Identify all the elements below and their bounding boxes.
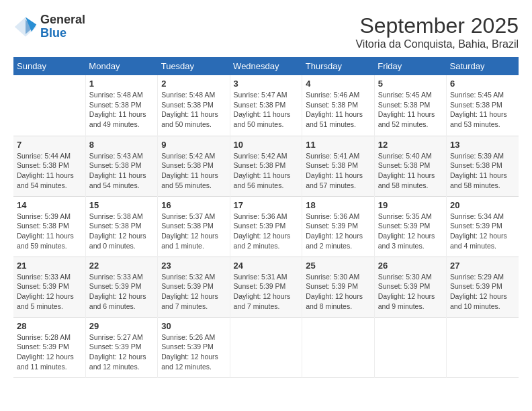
- day-number: 18: [306, 200, 370, 210]
- calendar-week-row: 7Sunrise: 5:44 AM Sunset: 5:38 PM Daylig…: [13, 136, 519, 196]
- logo-icon: [13, 15, 38, 39]
- day-number: 29: [89, 321, 154, 331]
- day-number: 26: [378, 261, 443, 271]
- calendar-week-row: 14Sunrise: 5:39 AM Sunset: 5:38 PM Dayli…: [13, 196, 519, 257]
- day-info: Sunrise: 5:44 AM Sunset: 5:38 PM Dayligh…: [17, 151, 82, 191]
- day-info: Sunrise: 5:27 AM Sunset: 5:39 PM Dayligh…: [89, 332, 154, 372]
- weekday-header: Saturday: [447, 57, 519, 75]
- day-info: Sunrise: 5:28 AM Sunset: 5:39 PM Dayligh…: [17, 332, 82, 372]
- day-info: Sunrise: 5:33 AM Sunset: 5:39 PM Dayligh…: [89, 272, 154, 312]
- day-info: Sunrise: 5:30 AM Sunset: 5:39 PM Dayligh…: [378, 272, 443, 312]
- calendar-table: SundayMondayTuesdayWednesdayThursdayFrid…: [13, 57, 519, 378]
- calendar-cell: [447, 317, 519, 377]
- calendar-cell: 19Sunrise: 5:35 AM Sunset: 5:39 PM Dayli…: [374, 196, 446, 257]
- day-number: 25: [306, 261, 370, 271]
- calendar-cell: 27Sunrise: 5:29 AM Sunset: 5:39 PM Dayli…: [447, 257, 519, 317]
- day-info: Sunrise: 5:38 AM Sunset: 5:38 PM Dayligh…: [89, 212, 154, 251]
- calendar-cell: 30Sunrise: 5:26 AM Sunset: 5:39 PM Dayli…: [158, 317, 230, 377]
- day-info: Sunrise: 5:35 AM Sunset: 5:39 PM Dayligh…: [378, 212, 443, 251]
- calendar-cell: 1Sunrise: 5:48 AM Sunset: 5:38 PM Daylig…: [85, 75, 157, 136]
- day-number: 10: [234, 140, 299, 150]
- day-number: 3: [234, 79, 299, 89]
- location-subtitle: Vitoria da Conquista, Bahia, Brazil: [355, 38, 519, 50]
- calendar-cell: [230, 317, 302, 377]
- calendar-cell: 10Sunrise: 5:42 AM Sunset: 5:38 PM Dayli…: [230, 136, 302, 196]
- weekday-header: Wednesday: [230, 57, 302, 75]
- calendar-cell: 15Sunrise: 5:38 AM Sunset: 5:38 PM Dayli…: [85, 196, 157, 257]
- day-number: 13: [450, 140, 515, 150]
- day-info: Sunrise: 5:31 AM Sunset: 5:39 PM Dayligh…: [234, 272, 299, 312]
- day-number: 19: [378, 200, 443, 210]
- day-info: Sunrise: 5:34 AM Sunset: 5:39 PM Dayligh…: [450, 212, 515, 251]
- day-number: 8: [89, 140, 154, 150]
- day-info: Sunrise: 5:43 AM Sunset: 5:38 PM Dayligh…: [89, 151, 154, 191]
- weekday-header: Sunday: [13, 57, 85, 75]
- day-number: 30: [161, 321, 226, 331]
- day-number: 17: [234, 200, 299, 210]
- calendar-cell: 13Sunrise: 5:39 AM Sunset: 5:38 PM Dayli…: [447, 136, 519, 196]
- day-number: 11: [306, 140, 370, 150]
- calendar-cell: 2Sunrise: 5:48 AM Sunset: 5:38 PM Daylig…: [158, 75, 230, 136]
- day-number: 20: [450, 200, 515, 210]
- day-number: 24: [234, 261, 299, 271]
- logo: General Blue: [13, 13, 85, 40]
- calendar-week-row: 21Sunrise: 5:33 AM Sunset: 5:39 PM Dayli…: [13, 257, 519, 317]
- day-info: Sunrise: 5:39 AM Sunset: 5:38 PM Dayligh…: [450, 151, 515, 191]
- day-info: Sunrise: 5:33 AM Sunset: 5:39 PM Dayligh…: [17, 272, 82, 312]
- calendar-cell: 21Sunrise: 5:33 AM Sunset: 5:39 PM Dayli…: [13, 257, 85, 317]
- calendar-cell: 12Sunrise: 5:40 AM Sunset: 5:38 PM Dayli…: [374, 136, 446, 196]
- calendar-cell: 5Sunrise: 5:45 AM Sunset: 5:38 PM Daylig…: [374, 75, 446, 136]
- calendar-cell: 29Sunrise: 5:27 AM Sunset: 5:39 PM Dayli…: [85, 317, 157, 377]
- day-info: Sunrise: 5:47 AM Sunset: 5:38 PM Dayligh…: [234, 90, 299, 130]
- day-info: Sunrise: 5:36 AM Sunset: 5:39 PM Dayligh…: [306, 212, 370, 251]
- calendar-cell: 8Sunrise: 5:43 AM Sunset: 5:38 PM Daylig…: [85, 136, 157, 196]
- calendar-cell: 4Sunrise: 5:46 AM Sunset: 5:38 PM Daylig…: [302, 75, 374, 136]
- day-info: Sunrise: 5:32 AM Sunset: 5:39 PM Dayligh…: [161, 272, 226, 312]
- calendar-cell: 24Sunrise: 5:31 AM Sunset: 5:39 PM Dayli…: [230, 257, 302, 317]
- page-header: General Blue September 2025 Vitoria da C…: [13, 13, 519, 50]
- day-number: 21: [17, 261, 82, 271]
- calendar-cell: 7Sunrise: 5:44 AM Sunset: 5:38 PM Daylig…: [13, 136, 85, 196]
- calendar-cell: 26Sunrise: 5:30 AM Sunset: 5:39 PM Dayli…: [374, 257, 446, 317]
- day-info: Sunrise: 5:36 AM Sunset: 5:39 PM Dayligh…: [234, 212, 299, 251]
- day-info: Sunrise: 5:48 AM Sunset: 5:38 PM Dayligh…: [161, 90, 226, 130]
- weekday-header: Monday: [85, 57, 157, 75]
- calendar-cell: 22Sunrise: 5:33 AM Sunset: 5:39 PM Dayli…: [85, 257, 157, 317]
- calendar-cell: [374, 317, 446, 377]
- calendar-cell: [302, 317, 374, 377]
- day-number: 12: [378, 140, 443, 150]
- calendar-cell: 20Sunrise: 5:34 AM Sunset: 5:39 PM Dayli…: [447, 196, 519, 257]
- month-title: September 2025: [355, 13, 519, 38]
- day-number: 7: [17, 140, 82, 150]
- day-info: Sunrise: 5:48 AM Sunset: 5:38 PM Dayligh…: [89, 90, 154, 130]
- day-info: Sunrise: 5:26 AM Sunset: 5:39 PM Dayligh…: [161, 332, 226, 372]
- day-number: 27: [450, 261, 515, 271]
- day-number: 4: [306, 79, 370, 89]
- day-info: Sunrise: 5:37 AM Sunset: 5:38 PM Dayligh…: [161, 212, 226, 251]
- day-info: Sunrise: 5:42 AM Sunset: 5:38 PM Dayligh…: [234, 151, 299, 191]
- day-number: 9: [161, 140, 226, 150]
- calendar-cell: 28Sunrise: 5:28 AM Sunset: 5:39 PM Dayli…: [13, 317, 85, 377]
- day-number: 16: [161, 200, 226, 210]
- calendar-cell: 25Sunrise: 5:30 AM Sunset: 5:39 PM Dayli…: [302, 257, 374, 317]
- weekday-header: Friday: [374, 57, 446, 75]
- calendar-cell: 11Sunrise: 5:41 AM Sunset: 5:38 PM Dayli…: [302, 136, 374, 196]
- day-number: 1: [89, 79, 154, 89]
- day-info: Sunrise: 5:29 AM Sunset: 5:39 PM Dayligh…: [450, 272, 515, 312]
- day-number: 28: [17, 321, 82, 331]
- calendar-cell: [13, 75, 85, 136]
- calendar-cell: 6Sunrise: 5:45 AM Sunset: 5:38 PM Daylig…: [447, 75, 519, 136]
- day-info: Sunrise: 5:45 AM Sunset: 5:38 PM Dayligh…: [378, 90, 443, 130]
- weekday-header: Tuesday: [158, 57, 230, 75]
- day-info: Sunrise: 5:39 AM Sunset: 5:38 PM Dayligh…: [17, 212, 82, 251]
- calendar-cell: 9Sunrise: 5:42 AM Sunset: 5:38 PM Daylig…: [158, 136, 230, 196]
- calendar-cell: 16Sunrise: 5:37 AM Sunset: 5:38 PM Dayli…: [158, 196, 230, 257]
- weekday-header: Thursday: [302, 57, 374, 75]
- day-number: 2: [161, 79, 226, 89]
- day-number: 23: [161, 261, 226, 271]
- calendar-cell: 3Sunrise: 5:47 AM Sunset: 5:38 PM Daylig…: [230, 75, 302, 136]
- day-number: 22: [89, 261, 154, 271]
- calendar-header-row: SundayMondayTuesdayWednesdayThursdayFrid…: [13, 57, 519, 75]
- calendar-cell: 17Sunrise: 5:36 AM Sunset: 5:39 PM Dayli…: [230, 196, 302, 257]
- day-number: 6: [450, 79, 515, 89]
